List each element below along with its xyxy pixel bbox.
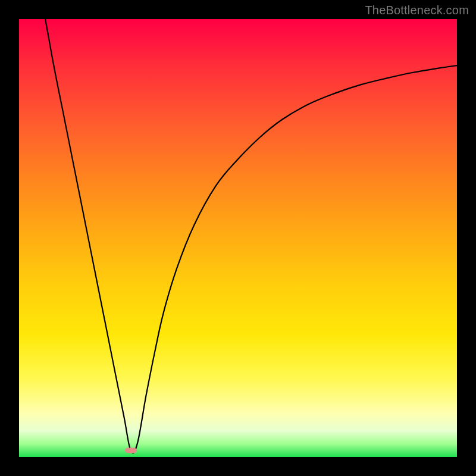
chart-frame: TheBottleneck.com (0, 0, 476, 476)
bottleneck-curve (19, 19, 457, 457)
watermark: TheBottleneck.com (365, 4, 469, 17)
min-marker-overlay (129, 447, 137, 453)
plot-area (19, 19, 457, 457)
